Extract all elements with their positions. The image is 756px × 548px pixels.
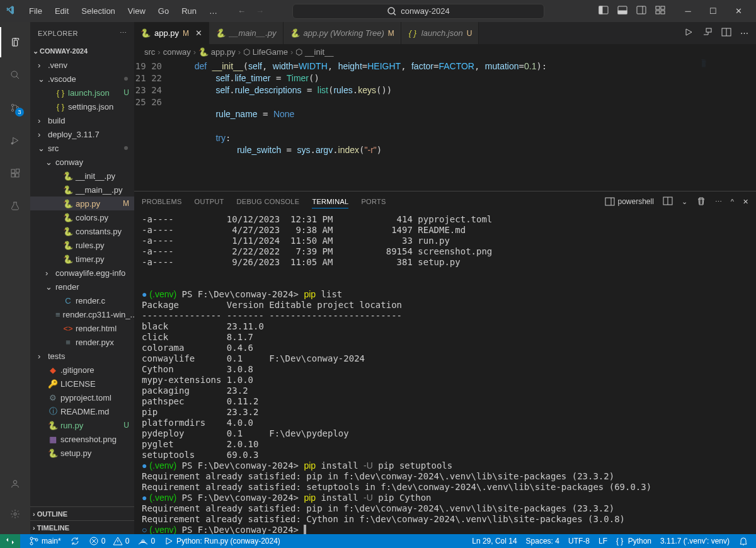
folder-item[interactable]: ⌄conway [30,155,134,169]
panel-tab-terminal[interactable]: TERMINAL [312,195,348,208]
toggle-secondary-sidebar-icon[interactable] [636,5,646,17]
explorer-more-icon[interactable]: ⋯ [120,29,127,37]
panel-tab-debug-console[interactable]: DEBUG CONSOLE [237,195,300,208]
menu-file[interactable]: File [24,4,47,18]
file-item[interactable]: ◆.gitignore [30,363,134,377]
folder-item[interactable]: ⌄render [30,280,134,294]
split-terminal-icon[interactable] [663,196,673,207]
code-editor[interactable]: def __init__(self, width=WIDTH, height=H… [173,59,699,191]
file-item[interactable]: ▦screenshot.png [30,432,134,446]
breadcrumb-item[interactable]: src [144,47,155,57]
editor-tab[interactable]: 🐍app.pyM✕ [134,22,209,44]
file-item[interactable]: 🐍__main__.py [30,183,134,197]
activity-settings-icon[interactable] [0,499,30,529]
panel-tab-problems[interactable]: PROBLEMS [142,195,182,208]
menu-edit[interactable]: Edit [50,4,74,18]
folder-item[interactable]: ›tests [30,349,134,363]
panel-maximize-icon[interactable]: ^ [731,198,734,205]
activity-extensions-icon[interactable] [0,158,30,188]
activity-testing-icon[interactable] [0,191,30,221]
panel-tab-output[interactable]: OUTPUT [195,195,224,208]
breadcrumb-item[interactable]: ⬡ __init__ [295,47,333,57]
window-minimize-icon[interactable]: ─ [675,0,701,22]
outline-section[interactable]: › OUTLINE [30,506,134,520]
editor-more-icon[interactable]: ⋯ [740,28,748,38]
command-center-search[interactable]: conway-2024 [292,4,544,19]
file-item[interactable]: 🔑LICENSE [30,377,134,391]
status-sync[interactable] [70,536,80,546]
file-item[interactable]: 🐍__init__.py [30,169,134,183]
toggle-panel-icon[interactable] [617,5,627,17]
terminal[interactable]: -a---- 10/12/2023 12:31 PM 414 pyproject… [134,212,756,534]
file-item[interactable]: { }launch.jsonU [30,86,134,100]
menu-run[interactable]: Run [176,4,202,18]
file-item[interactable]: Crender.c [30,294,134,307]
activity-explorer-icon[interactable] [0,27,30,57]
file-item[interactable]: 🐍setup.py [30,446,134,460]
status-branch[interactable]: main* [29,536,61,546]
file-item[interactable]: ≡render.pyx [30,335,134,349]
status-run-config[interactable]: Python: Run.py (conway-2024) [164,536,280,546]
file-item[interactable]: 🐍run.pyU [30,418,134,432]
file-item[interactable]: 🐍colors.py [30,210,134,224]
minimap[interactable] [699,59,756,191]
kill-terminal-icon[interactable] [696,196,706,207]
status-interpreter[interactable]: 3.11.7 ('.venv': venv) [660,536,730,546]
folder-item[interactable]: ›build [30,113,134,127]
run-play-icon[interactable] [684,27,694,39]
folder-item[interactable]: ⌄src [30,141,134,155]
folder-item[interactable]: ›.venv [30,58,134,72]
status-cursor[interactable]: Ln 29, Col 14 [472,536,517,546]
nav-forward-icon[interactable]: → [256,6,264,16]
folder-item[interactable]: ›conwaylife.egg-info [30,266,134,280]
file-item[interactable]: ⓘREADME.md [30,404,134,418]
file-item[interactable]: 🐍rules.py [30,238,134,252]
file-item[interactable]: 🐍constants.py [30,224,134,238]
status-indent[interactable]: Spaces: 4 [526,536,559,546]
new-terminal-dropdown-icon[interactable]: ⌄ [682,198,687,206]
file-item[interactable]: ≡render.cp311-win_... [30,307,134,321]
status-ports[interactable]: 0 [138,536,155,546]
editor-tab[interactable]: { }launch.jsonU [401,22,479,44]
status-eol[interactable]: LF [598,536,607,546]
toggle-primary-sidebar-icon[interactable] [598,5,609,17]
folder-item[interactable]: ⌄.vscode [30,72,134,86]
remote-indicator[interactable] [0,534,20,548]
editor-tab[interactable]: 🐍app.py (Working Tree)M [284,22,401,44]
split-editor-icon[interactable] [721,27,731,39]
folder-item[interactable]: ›deploy_3.11.7 [30,127,134,141]
window-close-icon[interactable]: ✕ [726,0,751,22]
menu-selection[interactable]: Selection [76,4,120,18]
tab-close-icon[interactable]: ✕ [195,28,202,38]
editor-tab[interactable]: 🐍__main__.py [209,22,283,44]
menu-more[interactable]: … [204,4,222,18]
nav-back-icon[interactable]: ← [238,6,246,16]
breadcrumb[interactable]: src›conway›🐍 app.py›⬡ LifeGame›⬡ __init_… [134,44,756,59]
activity-accounts-icon[interactable] [0,469,30,499]
timeline-section[interactable]: › TIMELINE [30,520,134,534]
breadcrumb-item[interactable]: conway [163,47,191,57]
file-item[interactable]: 🐍app.pyM [30,197,134,210]
activity-search-icon[interactable] [0,60,30,90]
status-encoding[interactable]: UTF-8 [568,536,590,546]
file-item[interactable]: { }settings.json [30,100,134,113]
menu-view[interactable]: View [123,4,151,18]
run-debug-icon[interactable] [702,27,713,39]
activity-scm-icon[interactable]: 3 [0,93,30,123]
window-maximize-icon[interactable]: ☐ [701,0,726,22]
status-problems[interactable]: 0 0 [89,536,130,546]
status-language[interactable]: { } Python [616,536,651,546]
project-folder-header[interactable]: ⌄CONWAY-2024 [30,44,134,58]
file-item[interactable]: <>render.html [30,321,134,335]
menu-go[interactable]: Go [153,4,174,18]
file-item[interactable]: ⚙pyproject.toml [30,391,134,404]
status-notifications-icon[interactable] [738,536,748,546]
panel-more-icon[interactable]: ⋯ [715,198,722,206]
file-item[interactable]: 🐍timer.py [30,252,134,266]
breadcrumb-item[interactable]: 🐍 app.py [198,47,236,57]
customize-layout-icon[interactable] [655,5,665,17]
activity-debug-icon[interactable] [0,125,30,156]
panel-tab-ports[interactable]: PORTS [361,195,386,208]
terminal-profile-icon[interactable]: powershell [605,197,653,207]
panel-close-icon[interactable]: ✕ [743,198,748,206]
